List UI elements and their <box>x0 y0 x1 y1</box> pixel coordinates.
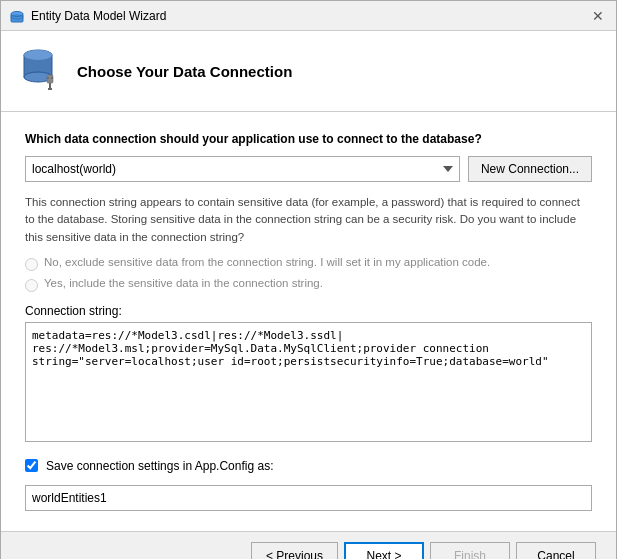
header-icon <box>21 47 61 95</box>
title-bar: Entity Data Model Wizard ✕ <box>1 1 616 31</box>
radio-item-include: Yes, include the sensitive data in the c… <box>25 277 592 292</box>
wizard-icon <box>9 8 25 24</box>
radio-include[interactable] <box>25 279 38 292</box>
svg-point-11 <box>51 77 53 79</box>
radio-group: No, exclude sensitive data from the conn… <box>25 256 592 292</box>
svg-rect-7 <box>47 75 53 83</box>
title-bar-left: Entity Data Model Wizard <box>9 8 166 24</box>
database-icon <box>21 47 61 95</box>
next-button[interactable]: Next > <box>344 542 424 559</box>
radio-exclude-label: No, exclude sensitive data from the conn… <box>44 256 490 268</box>
new-connection-button[interactable]: New Connection... <box>468 156 592 182</box>
save-label: Save connection settings in App.Config a… <box>46 459 273 473</box>
save-row: Save connection settings in App.Config a… <box>25 459 592 473</box>
content-area: Which data connection should your applic… <box>1 112 616 531</box>
header-title: Choose Your Data Connection <box>77 63 292 80</box>
title-bar-text: Entity Data Model Wizard <box>31 9 166 23</box>
header-area: Choose Your Data Connection <box>1 31 616 112</box>
dialog-window: Entity Data Model Wizard ✕ Choose Your D… <box>0 0 617 559</box>
connection-dropdown[interactable]: localhost(world) <box>25 156 460 182</box>
app-config-input[interactable] <box>25 485 592 511</box>
radio-exclude[interactable] <box>25 258 38 271</box>
previous-button[interactable]: < Previous <box>251 542 338 559</box>
svg-point-10 <box>47 77 49 79</box>
section-label: Which data connection should your applic… <box>25 132 592 146</box>
cancel-button[interactable]: Cancel <box>516 542 596 559</box>
svg-point-6 <box>24 50 52 60</box>
connection-string-label: Connection string: <box>25 304 592 318</box>
radio-item-exclude: No, exclude sensitive data from the conn… <box>25 256 592 271</box>
sensitive-data-info: This connection string appears to contai… <box>25 194 592 246</box>
finish-button[interactable]: Finish <box>430 542 510 559</box>
radio-include-label: Yes, include the sensitive data in the c… <box>44 277 323 289</box>
footer: < Previous Next > Finish Cancel <box>1 531 616 559</box>
connection-string-textarea[interactable]: metadata=res://*Model3.csdl|res://*Model… <box>25 322 592 442</box>
connection-row: localhost(world) New Connection... <box>25 156 592 182</box>
close-button[interactable]: ✕ <box>588 6 608 26</box>
save-checkbox[interactable] <box>25 459 38 472</box>
